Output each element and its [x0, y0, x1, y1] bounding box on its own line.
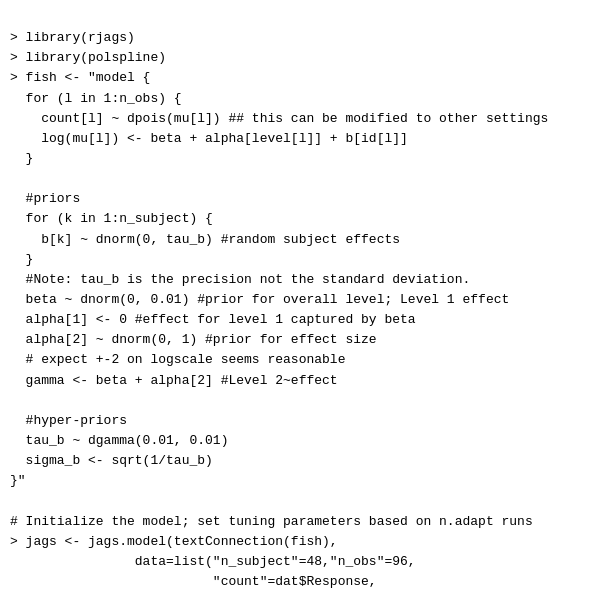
code-display: > library(rjags) > library(polspline) > …	[10, 8, 606, 592]
code-content: > library(rjags) > library(polspline) > …	[10, 30, 548, 589]
